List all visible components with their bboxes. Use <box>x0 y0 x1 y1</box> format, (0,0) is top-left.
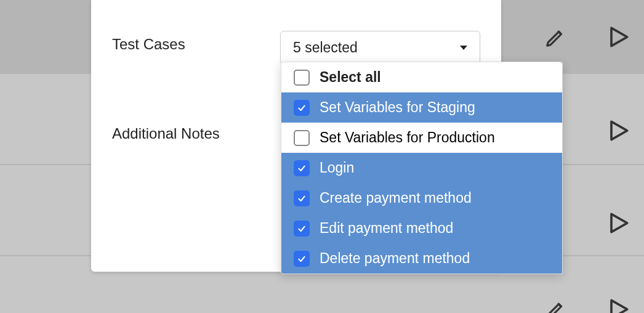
checkbox-checked-icon[interactable] <box>294 100 310 116</box>
svg-marker-1 <box>611 121 627 139</box>
bg-row-actions <box>544 23 632 51</box>
test-cases-label: Test Cases <box>112 31 280 53</box>
play-icon[interactable] <box>605 296 632 313</box>
test-cases-select-wrap: 5 selected <box>280 31 480 65</box>
dropdown-item[interactable]: Edit payment method <box>281 213 562 243</box>
play-icon[interactable] <box>605 209 632 237</box>
bg-row-actions <box>605 209 632 237</box>
dropdown-item[interactable]: Set Variables for Staging <box>281 92 562 123</box>
checkbox-checked-icon[interactable] <box>294 251 310 267</box>
svg-marker-0 <box>611 28 627 46</box>
test-cases-select[interactable]: 5 selected <box>280 31 480 65</box>
svg-marker-2 <box>611 214 627 232</box>
checkbox-checked-icon[interactable] <box>294 221 310 237</box>
caret-down-icon <box>460 46 467 50</box>
dropdown-item-label: Login <box>320 160 354 176</box>
dropdown-item[interactable]: Set Variables for Production <box>281 123 562 153</box>
test-cases-dropdown: Select all Set Variables for StagingSet … <box>281 62 563 274</box>
dropdown-item-label: Set Variables for Production <box>320 129 495 146</box>
dropdown-item-label: Create payment method <box>320 190 472 206</box>
checkbox-checked-icon[interactable] <box>294 190 310 206</box>
svg-marker-3 <box>611 300 627 313</box>
dropdown-item-label: Select all <box>320 69 381 86</box>
select-summary: 5 selected <box>293 39 358 56</box>
edit-icon[interactable] <box>544 25 568 49</box>
additional-notes-label: Additional Notes <box>112 120 281 142</box>
dropdown-item-label: Edit payment method <box>320 220 453 237</box>
dropdown-item-select-all[interactable]: Select all <box>281 62 562 92</box>
play-icon[interactable] <box>605 117 632 144</box>
checkbox-checked-icon[interactable] <box>294 160 310 176</box>
bg-row-actions <box>544 296 632 313</box>
bg-row-actions <box>605 117 632 144</box>
form-row-test-cases: Test Cases 5 selected <box>112 31 480 65</box>
dropdown-item-label: Delete payment method <box>320 250 470 267</box>
dropdown-item[interactable]: Create payment method <box>281 183 562 213</box>
dropdown-item[interactable]: Delete payment method <box>281 243 562 274</box>
checkbox-icon[interactable] <box>294 130 310 146</box>
checkbox-icon[interactable] <box>294 70 310 86</box>
dropdown-item-label: Set Variables for Staging <box>320 99 475 116</box>
edit-icon[interactable] <box>544 298 568 313</box>
play-icon[interactable] <box>605 23 632 51</box>
dropdown-item[interactable]: Login <box>281 153 562 183</box>
